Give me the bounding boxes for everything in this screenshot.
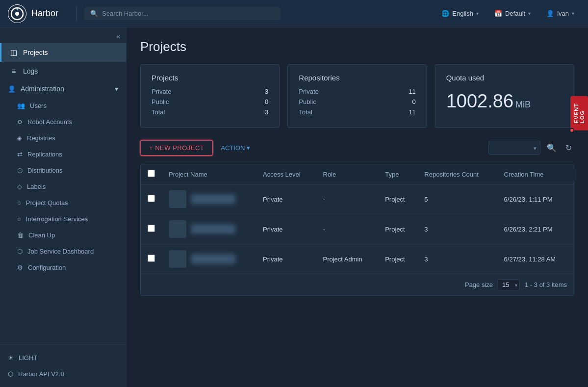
page-size-select[interactable]: 15 25 50	[498, 279, 520, 290]
default-selector[interactable]: 📅 Default ▾	[488, 7, 537, 20]
row-2-role: -	[316, 214, 379, 244]
layout: « ◫ Projects ≡ Logs 👤 Administration ▾ 👥…	[0, 27, 588, 387]
replications-icon: ⇄	[17, 151, 23, 158]
row-1-repo-count: 5	[417, 184, 497, 214]
sidebar-item-logs[interactable]: ≡ Logs	[0, 62, 126, 80]
projects-total-row: Total 3	[152, 108, 268, 116]
search-icon: 🔍	[547, 143, 557, 153]
api-icon: ⬡	[8, 370, 13, 378]
col-repo-count: Repositories Count	[417, 164, 497, 184]
row-3-name[interactable]	[162, 244, 256, 274]
logo[interactable]: Harbor	[8, 4, 58, 23]
configuration-icon: ⚙	[17, 264, 23, 271]
row-3-type: Project	[378, 244, 417, 274]
sidebar-item-registries[interactable]: ◈ Registries	[0, 130, 126, 146]
all-projects-filter[interactable]: All Projects Private Public	[488, 141, 540, 155]
sidebar-item-distributions[interactable]: ⬡ Distributions	[0, 162, 126, 179]
projects-total-value: 3	[265, 108, 268, 116]
chevron-icon: ▾	[115, 85, 118, 93]
table-header-row: Project Name Access Level Role Type Repo…	[141, 164, 574, 184]
sidebar-item-job-service[interactable]: ⬡ Job Service Dashboard	[0, 243, 126, 259]
row-3-checkbox-cell	[141, 244, 162, 274]
repos-private-row: Private 11	[299, 88, 415, 95]
sidebar-item-robot-accounts[interactable]: ⚙ Robot Accounts	[0, 114, 126, 130]
event-log-tab[interactable]: EVENT LOG	[570, 96, 588, 130]
user-menu[interactable]: 👤 ivan ▾	[540, 7, 580, 20]
sidebar-item-replications[interactable]: ⇄ Replications	[0, 146, 126, 162]
labels-icon: ◇	[17, 183, 22, 190]
sidebar-item-projects[interactable]: ◫ Projects	[0, 43, 126, 62]
sidebar-item-theme[interactable]: ☀ LIGHT	[0, 350, 126, 366]
repos-private-value: 11	[409, 88, 415, 95]
search-button[interactable]: 🔍	[544, 141, 559, 155]
app-title: Harbor	[31, 8, 58, 19]
search-bar[interactable]: 🔍 Search Harbor...	[84, 7, 281, 20]
users-icon: 👥	[17, 102, 25, 109]
repos-total-value: 11	[409, 108, 415, 116]
sidebar-item-api[interactable]: ⬡ Harbor API V2.0	[0, 366, 126, 382]
row-1-checkbox-cell	[141, 184, 162, 214]
table-row: Private - Project 3 6/26/23, 2:21 PM	[141, 214, 574, 244]
header-actions: 🌐 English ▾ 📅 Default ▾ 👤 ivan ▾	[435, 7, 580, 20]
user-icon: 👤	[546, 10, 554, 17]
action-menu-button[interactable]: ACTION ▾	[219, 141, 252, 155]
row-3-checkbox[interactable]	[148, 255, 155, 262]
collapse-button[interactable]: «	[116, 32, 120, 40]
sidebar: « ◫ Projects ≡ Logs 👤 Administration ▾ 👥…	[0, 27, 127, 387]
select-all-checkbox[interactable]	[148, 170, 155, 177]
quota-card: Quota used 1002.86 MiB	[435, 64, 574, 128]
toolbar: + NEW PROJECT ACTION ▾ All Projects Priv…	[140, 140, 574, 156]
projects-private-row: Private 3	[152, 88, 268, 95]
action-chevron-icon: ▾	[247, 144, 250, 152]
projects-stat-card: Projects Private 3 Public 0 Total 3	[140, 64, 280, 128]
col-role: Role	[316, 164, 379, 184]
sidebar-item-clean-up[interactable]: 🗑 Clean Up	[0, 227, 126, 243]
repositories-stat-card: Repositories Private 11 Public 0 Total 1…	[287, 64, 427, 128]
row-1-access-level: Private	[256, 184, 316, 214]
sidebar-item-configuration[interactable]: ⚙ Configuration	[0, 259, 126, 276]
row-2-repo-count: 3	[417, 214, 497, 244]
row-1-role: -	[316, 184, 379, 214]
projects-public-value: 0	[265, 98, 268, 105]
sidebar-item-users[interactable]: 👥 Users	[0, 98, 126, 114]
administration-section[interactable]: 👤 Administration ▾	[0, 80, 126, 98]
chevron-down-icon-2: ▾	[528, 11, 531, 16]
new-project-button[interactable]: + NEW PROJECT	[140, 140, 213, 156]
job-service-icon: ⬡	[17, 248, 23, 255]
row-3-thumbnail	[169, 250, 186, 268]
sidebar-item-interrogation-services[interactable]: ○ Interrogation Services	[0, 211, 126, 227]
row-1-checkbox[interactable]	[148, 195, 155, 202]
row-1-name[interactable]	[162, 184, 256, 214]
robot-accounts-icon: ⚙	[17, 119, 23, 126]
select-all-header	[141, 164, 162, 184]
projects-table: Project Name Access Level Role Type Repo…	[141, 164, 574, 274]
page-size-wrapper: 15 25 50	[498, 279, 520, 290]
calendar-icon: 📅	[494, 10, 502, 17]
col-type: Type	[378, 164, 417, 184]
projects-private-value: 3	[265, 88, 268, 95]
language-selector[interactable]: 🌐 English ▾	[435, 7, 485, 20]
action-label: ACTION	[221, 144, 245, 152]
row-2-name[interactable]	[162, 214, 256, 244]
repositories-stat-title: Repositories	[299, 74, 415, 82]
row-3-name-text	[191, 254, 235, 264]
page-size-label: Page size	[465, 281, 493, 288]
header: Harbor 🔍 Search Harbor... 🌐 English ▾ 📅 …	[0, 0, 588, 27]
projects-stat-title: Projects	[152, 74, 268, 82]
project-quotas-icon: ○	[17, 199, 21, 206]
refresh-icon: ↻	[565, 143, 572, 153]
row-1-type: Project	[378, 184, 417, 214]
sidebar-item-labels[interactable]: ◇ Labels	[0, 179, 126, 195]
quota-value: 1002.86	[446, 91, 513, 112]
stats-row: Projects Private 3 Public 0 Total 3 Repo…	[140, 64, 574, 128]
filter-select-wrapper: All Projects Private Public	[488, 141, 540, 155]
main-content: EVENT LOG Projects Projects Private 3 Pu…	[127, 27, 588, 387]
repos-public-row: Public 0	[299, 98, 415, 105]
chevron-down-icon: ▾	[476, 11, 479, 16]
header-divider	[76, 6, 77, 21]
refresh-button[interactable]: ↻	[563, 141, 574, 155]
row-1-thumbnail	[169, 190, 186, 208]
row-2-checkbox[interactable]	[148, 225, 155, 232]
sidebar-item-project-quotas[interactable]: ○ Project Quotas	[0, 195, 126, 211]
repos-total-row: Total 11	[299, 108, 415, 116]
